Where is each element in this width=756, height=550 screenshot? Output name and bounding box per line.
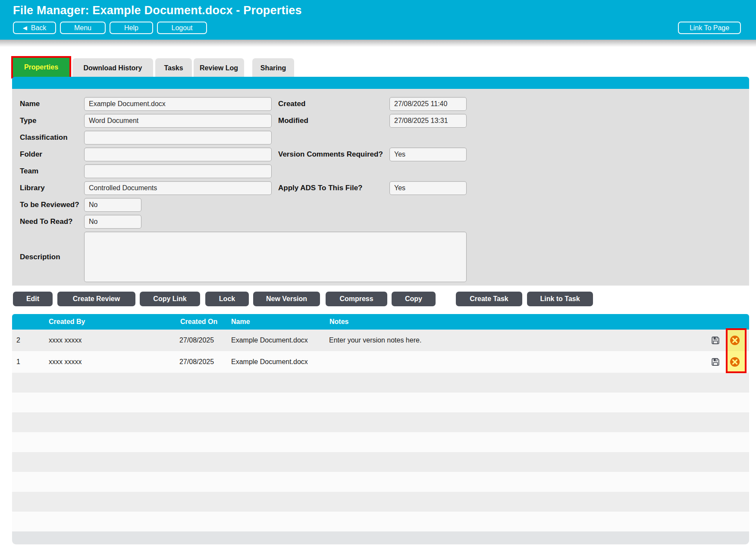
need-to-read-input[interactable] bbox=[84, 215, 141, 229]
header: File Manager: Example Document.docx - Pr… bbox=[0, 0, 756, 40]
need-to-read-label: Need To Read? bbox=[20, 215, 72, 229]
create-task-button[interactable]: Create Task bbox=[456, 292, 522, 306]
name-cell: Example Document.docx bbox=[231, 351, 308, 373]
to-be-reviewed-label: To be Reviewed? bbox=[20, 198, 79, 212]
created-by-cell: xxxx xxxxx bbox=[49, 351, 82, 373]
table-row: 1 xxxx xxxxx 27/08/2025 Example Document… bbox=[12, 351, 749, 373]
delete-icon[interactable] bbox=[730, 357, 740, 367]
version-number: 1 bbox=[16, 351, 20, 373]
to-be-reviewed-input[interactable] bbox=[84, 198, 141, 212]
delete-icon[interactable] bbox=[730, 335, 740, 346]
apply-ads-label: Apply ADS To This File? bbox=[278, 181, 363, 195]
panel-title-bar bbox=[12, 77, 749, 89]
version-number: 2 bbox=[16, 330, 20, 351]
properties-tab-highlight-box: Properties bbox=[11, 56, 71, 79]
compress-button[interactable]: Compress bbox=[326, 292, 387, 306]
name-cell: Example Document.docx bbox=[231, 330, 308, 351]
table-row: 2 xxxx xxxxx 27/08/2025 Example Document… bbox=[12, 330, 749, 351]
copy-link-button[interactable]: Copy Link bbox=[140, 292, 200, 306]
created-on-cell: 27/08/2025 bbox=[179, 330, 214, 351]
folder-input[interactable] bbox=[84, 148, 272, 161]
library-input[interactable] bbox=[84, 181, 272, 195]
type-label: Type bbox=[20, 114, 36, 128]
help-button[interactable]: Help bbox=[110, 22, 153, 34]
folder-label: Folder bbox=[20, 148, 42, 161]
copy-button[interactable]: Copy bbox=[392, 292, 436, 306]
logout-button[interactable]: Logout bbox=[157, 22, 207, 34]
apply-ads-input[interactable] bbox=[389, 181, 467, 195]
back-button-label: Back bbox=[31, 24, 47, 32]
column-name: Name bbox=[231, 314, 250, 330]
tab-properties[interactable]: Properties bbox=[13, 58, 69, 77]
team-label: Team bbox=[20, 164, 38, 178]
tab-review-log[interactable]: Review Log bbox=[194, 58, 244, 78]
back-button[interactable]: ◀ Back bbox=[13, 22, 56, 34]
header-shadow bbox=[0, 40, 756, 47]
created-by-cell: xxxx xxxxx bbox=[49, 330, 82, 351]
column-created-on: Created On bbox=[180, 314, 217, 330]
created-on-cell: 27/08/2025 bbox=[179, 351, 214, 373]
library-label: Library bbox=[20, 181, 45, 195]
classification-input[interactable] bbox=[84, 131, 272, 145]
created-label: Created bbox=[278, 97, 305, 111]
created-input[interactable] bbox=[389, 97, 467, 111]
classification-label: Classification bbox=[20, 131, 68, 145]
link-to-page-button[interactable]: Link To Page bbox=[678, 22, 741, 34]
description-label: Description bbox=[20, 250, 60, 264]
page-title: File Manager: Example Document.docx - Pr… bbox=[13, 4, 302, 17]
header-nav: ◀ Back Menu Help Logout bbox=[13, 22, 207, 34]
column-created-by: Created By bbox=[49, 314, 85, 330]
table-footer-bar bbox=[12, 531, 749, 544]
column-notes: Notes bbox=[329, 314, 348, 330]
empty-table-rows bbox=[12, 373, 749, 531]
name-input[interactable] bbox=[84, 97, 272, 111]
lock-button[interactable]: Lock bbox=[205, 292, 249, 306]
description-textarea[interactable] bbox=[84, 232, 467, 282]
versions-table-header: Created By Created On Name Notes bbox=[12, 314, 749, 330]
menu-button[interactable]: Menu bbox=[60, 22, 106, 34]
name-label: Name bbox=[20, 97, 40, 111]
version-comments-required-input[interactable] bbox=[389, 148, 467, 161]
tab-tasks[interactable]: Tasks bbox=[155, 58, 192, 78]
back-arrow-icon: ◀ bbox=[23, 25, 27, 31]
create-review-button[interactable]: Create Review bbox=[57, 292, 135, 306]
save-icon[interactable] bbox=[711, 357, 720, 367]
version-comments-required-label: Version Comments Required? bbox=[278, 148, 383, 161]
tab-download-history[interactable]: Download History bbox=[72, 58, 153, 78]
notes-cell: Enter your version notes here. bbox=[329, 330, 421, 351]
save-icon[interactable] bbox=[711, 336, 720, 345]
link-to-task-button[interactable]: Link to Task bbox=[527, 292, 593, 306]
team-input[interactable] bbox=[84, 164, 272, 178]
type-input[interactable] bbox=[84, 114, 272, 128]
file-manager-page: File Manager: Example Document.docx - Pr… bbox=[0, 0, 756, 550]
edit-button[interactable]: Edit bbox=[13, 292, 53, 306]
tab-sharing[interactable]: Sharing bbox=[252, 58, 294, 78]
modified-label: Modified bbox=[278, 114, 308, 128]
new-version-button[interactable]: New Version bbox=[253, 292, 320, 306]
modified-input[interactable] bbox=[389, 114, 467, 128]
